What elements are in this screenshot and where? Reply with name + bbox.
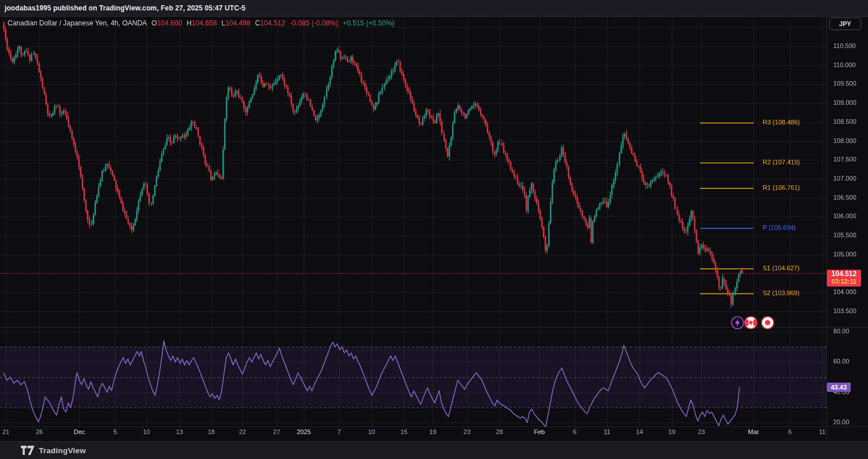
tradingview-logo-text[interactable]: TradingView xyxy=(39,446,86,455)
pivot-label-p: P (105.694) xyxy=(763,224,796,231)
rsi-value-badge: 43.43 xyxy=(827,383,851,392)
price-axis-label: 106.500 xyxy=(833,194,856,201)
ohlc-values: O104.600H104.658L104.498C104.512-0.085 (… xyxy=(147,19,395,27)
price-pane-canvas[interactable] xyxy=(0,16,826,328)
time-axis-label: 23 xyxy=(454,428,480,435)
canada-flag-icon[interactable] xyxy=(744,316,757,329)
legend-l-value: L104.498 xyxy=(222,19,251,27)
price-axis-label: 107.000 xyxy=(833,175,856,182)
pivot-label-s2: S2 (103.969) xyxy=(763,289,800,296)
legend-change-percent: +0.515 (+0.50%) xyxy=(343,19,394,27)
bar-countdown: 03:12:11 xyxy=(832,278,856,285)
last-price-badge: 104.512 03:12:11 xyxy=(827,270,861,287)
time-axis-label: 15 xyxy=(391,428,417,435)
legend-change: -0.085 (-0.08%) xyxy=(290,19,338,27)
time-axis-label: 11 xyxy=(810,428,835,435)
currency-toggle-button[interactable]: JPY xyxy=(829,17,861,30)
pivot-label-r3: R3 (108.486) xyxy=(763,119,800,126)
price-axis-label: 109.000 xyxy=(833,99,856,106)
price-axis-label: 107.500 xyxy=(833,156,856,163)
price-axis-label: 108.500 xyxy=(833,118,856,125)
pivot-label-s1: S1 (104.627) xyxy=(763,265,800,271)
price-axis-label: 110.000 xyxy=(833,61,856,68)
time-axis-label: 5 xyxy=(102,428,128,435)
time-axis-label: 13 xyxy=(167,428,192,435)
publish-banner: joodabas1995 published on TradingView.co… xyxy=(0,0,868,17)
pivot-label-r2: R2 (107.419) xyxy=(763,159,800,166)
time-axis-divider xyxy=(0,427,868,427)
time-axis-label: Dec xyxy=(67,428,92,435)
time-axis-label: 6 xyxy=(562,428,587,435)
time-axis-label: 19 xyxy=(659,428,685,435)
time-axis-label: 11 xyxy=(594,428,620,435)
time-axis-label: 2025 xyxy=(291,428,317,435)
japan-flag-icon[interactable] xyxy=(761,316,774,329)
price-axis-label: 109.500 xyxy=(833,80,856,87)
time-axis-label: 6 xyxy=(777,428,803,435)
time-axis-label: 27 xyxy=(264,428,289,435)
legend-c-value: C104.512 xyxy=(255,19,285,27)
footer-bar: TradingView xyxy=(0,441,868,459)
legend-h-value: H104.658 xyxy=(187,19,217,27)
price-axis-label: 105.500 xyxy=(833,232,856,238)
tradingview-published-chart: joodabas1995 published on TradingView.co… xyxy=(0,0,868,459)
symbol-legend: Canadian Dollar / Japanese Yen, 4h, OAND… xyxy=(8,19,395,27)
banner-text: joodabas1995 published on TradingView.co… xyxy=(5,4,245,12)
pivot-label-r1: R1 (106.761) xyxy=(763,184,800,191)
price-axis-label: 103.500 xyxy=(833,307,856,314)
time-axis-label: 23 xyxy=(689,428,714,435)
time-axis-label: 10 xyxy=(134,428,159,435)
rsi-axis-label: 20.00 xyxy=(833,418,849,425)
flash-event-icon[interactable] xyxy=(731,316,744,329)
rsi-axis-label: 80.00 xyxy=(833,328,849,335)
price-axis-label: 106.000 xyxy=(833,212,856,219)
time-axis-label: 21 xyxy=(0,428,19,435)
time-axis-label: 14 xyxy=(627,428,652,435)
price-axis-label: 108.000 xyxy=(833,137,856,144)
tradingview-logo-icon[interactable] xyxy=(21,446,35,456)
time-axis-label: 10 xyxy=(359,428,384,435)
axis-divider xyxy=(826,16,827,441)
legend-o-value: O104.600 xyxy=(152,19,182,27)
price-axis-label: 104.000 xyxy=(833,288,856,295)
time-axis-label: 28 xyxy=(487,428,512,435)
rsi-axis-label: 60.00 xyxy=(833,358,849,365)
last-price-value: 104.512 xyxy=(832,270,856,278)
time-axis-label: 19 xyxy=(420,428,446,435)
time-axis-label: Mar xyxy=(741,428,766,435)
price-axis-label: 105.000 xyxy=(833,251,856,258)
time-axis-label: 22 xyxy=(230,428,255,435)
symbol-title[interactable]: Canadian Dollar / Japanese Yen, 4h, OAND… xyxy=(8,19,147,27)
time-axis-label: 7 xyxy=(326,428,352,435)
event-markers xyxy=(731,316,776,329)
rsi-pane-canvas[interactable] xyxy=(0,328,826,427)
time-axis-label: 18 xyxy=(198,428,224,435)
time-axis-label: 26 xyxy=(27,428,52,435)
price-axis-label: 110.500 xyxy=(833,42,856,49)
time-axis-label: Feb xyxy=(527,428,552,435)
